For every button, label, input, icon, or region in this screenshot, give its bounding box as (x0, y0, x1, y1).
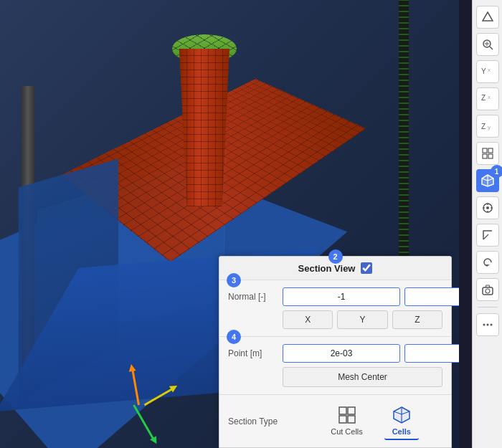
rotate-button[interactable] (476, 251, 499, 274)
z-axis-x-button[interactable]: Z x (476, 87, 499, 110)
type-cells[interactable]: Cells (384, 402, 419, 440)
svg-rect-2 (339, 416, 346, 423)
target-icon (481, 201, 494, 214)
zoom-icon (481, 38, 494, 51)
svg-line-11 (490, 47, 493, 49)
svg-point-40 (486, 324, 488, 326)
y-axis-button[interactable]: Y x (476, 60, 499, 83)
svg-text:Z: Z (481, 123, 486, 130)
viewport-3d[interactable]: 2 Section View 3 Normal [-] X Y Z 4 Poi (0, 0, 459, 448)
section-view-checkbox[interactable] (361, 262, 372, 274)
cube-3d-button[interactable]: 1 (476, 169, 499, 192)
normal-x-input[interactable] (283, 287, 400, 306)
svg-line-35 (483, 234, 488, 239)
svg-rect-0 (339, 407, 346, 414)
badge-4: 4 (227, 330, 241, 344)
point-y-input[interactable] (404, 344, 459, 363)
section-type-label: Section Type (228, 416, 293, 426)
cut-cells-icon (337, 405, 357, 425)
section-type-row: Section Type Cut Cells (219, 395, 451, 447)
zoom-button[interactable] (476, 33, 499, 56)
y-axis-button[interactable]: Y (337, 310, 387, 329)
svg-point-41 (490, 324, 492, 326)
mesh-center-button[interactable]: Mesh Center (283, 367, 442, 387)
svg-point-30 (486, 206, 489, 209)
normal-inputs-row: Normal [-] (228, 287, 442, 306)
point-section: 4 Point [m] Mesh Center (219, 337, 451, 395)
svg-point-38 (486, 289, 490, 293)
normal-label: Normal [-] (228, 292, 278, 302)
yellow-arrow (144, 388, 173, 406)
right-toolbar: Y x Z x Z y 1 (472, 0, 502, 448)
corner-icon (481, 229, 494, 242)
svg-rect-20 (483, 148, 487, 153)
svg-text:y: y (488, 124, 491, 130)
section-type-options: Cut Cells Cells (300, 402, 442, 440)
svg-rect-3 (348, 416, 355, 423)
measure-button[interactable] (476, 224, 499, 247)
triangle-button[interactable] (476, 6, 499, 29)
z-axis-button[interactable]: Z (392, 310, 442, 329)
x-axis-button[interactable]: X (283, 310, 333, 329)
cut-cells-label: Cut Cells (331, 427, 363, 436)
green-arrow (133, 404, 154, 439)
triangle-icon (481, 11, 494, 24)
svg-rect-21 (488, 148, 493, 153)
y-axis-icon: Y x (480, 65, 495, 79)
panel-title: Section View (298, 263, 356, 274)
location-button[interactable] (476, 196, 499, 219)
svg-text:x: x (488, 94, 491, 100)
svg-rect-1 (348, 407, 355, 414)
svg-marker-9 (483, 12, 493, 21)
z-axis-x-icon: Z x (480, 92, 495, 106)
cells-icon (392, 405, 412, 425)
svg-point-39 (483, 324, 485, 326)
point-inputs-row: Point [m] (228, 344, 442, 363)
svg-rect-22 (483, 154, 487, 158)
svg-text:Y: Y (481, 67, 486, 75)
rotate-icon (481, 256, 494, 269)
normal-y-input[interactable] (404, 287, 459, 306)
more-button[interactable] (476, 313, 499, 336)
mesh-center-row: Mesh Center (283, 367, 442, 387)
cylinder-body (179, 49, 229, 206)
axis-buttons-row: X Y Z (283, 310, 442, 329)
type-cut-cells[interactable]: Cut Cells (323, 402, 370, 440)
orange-arrow (131, 369, 140, 405)
toolbar-divider (478, 307, 498, 308)
point-label: Point [m] (228, 348, 278, 358)
svg-rect-23 (488, 154, 493, 158)
badge-3: 3 (227, 273, 241, 287)
section-panel: 2 Section View 3 Normal [-] X Y Z 4 Poi (219, 256, 452, 448)
more-icon (481, 318, 494, 331)
badge-2: 2 (328, 249, 343, 264)
axis-arrows (122, 355, 179, 412)
camera-button[interactable] (476, 278, 499, 301)
normal-section: 3 Normal [-] X Y Z (219, 280, 451, 337)
point-x-input[interactable] (283, 344, 400, 363)
badge-1: 1 (491, 165, 503, 178)
z-axis-y-icon: Z y (480, 119, 495, 133)
svg-text:x: x (488, 67, 491, 73)
cells-label: Cells (392, 427, 411, 436)
panel-header: 2 Section View (219, 257, 451, 280)
z-axis-y-button[interactable]: Z y (476, 115, 499, 138)
svg-text:Z: Z (481, 94, 486, 102)
grid-icon (481, 147, 494, 160)
camera-icon (481, 283, 494, 296)
grid-button[interactable] (476, 142, 499, 165)
